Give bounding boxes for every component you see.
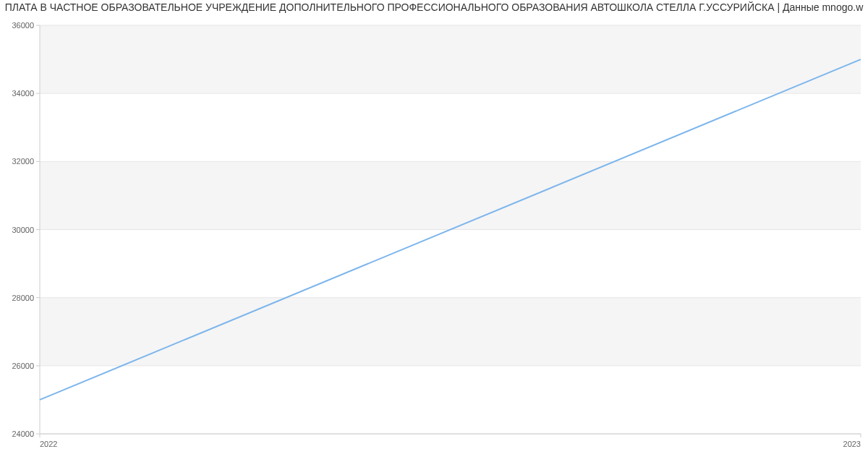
svg-text:28000: 28000 [12,294,34,302]
svg-text:36000: 36000 [12,21,34,30]
svg-text:30000: 30000 [12,226,34,234]
chart-title: ПЛАТА В ЧАСТНОЕ ОБРАЗОВАТЕЛЬНОЕ УЧРЕЖДЕН… [0,1,868,13]
svg-text:32000: 32000 [12,157,34,166]
svg-rect-3 [40,93,861,161]
chart-plot: 2400026000280003000032000340003600020222… [0,0,868,470]
svg-text:26000: 26000 [12,362,34,370]
svg-rect-1 [40,366,861,434]
svg-rect-2 [40,230,861,298]
chart-container: ПЛАТА В ЧАСТНОЕ ОБРАЗОВАТЕЛЬНОЕ УЧРЕЖДЕН… [0,0,868,470]
svg-text:2023: 2023 [843,440,861,448]
svg-text:2022: 2022 [40,440,57,448]
svg-text:34000: 34000 [12,89,34,98]
svg-text:24000: 24000 [12,430,34,438]
